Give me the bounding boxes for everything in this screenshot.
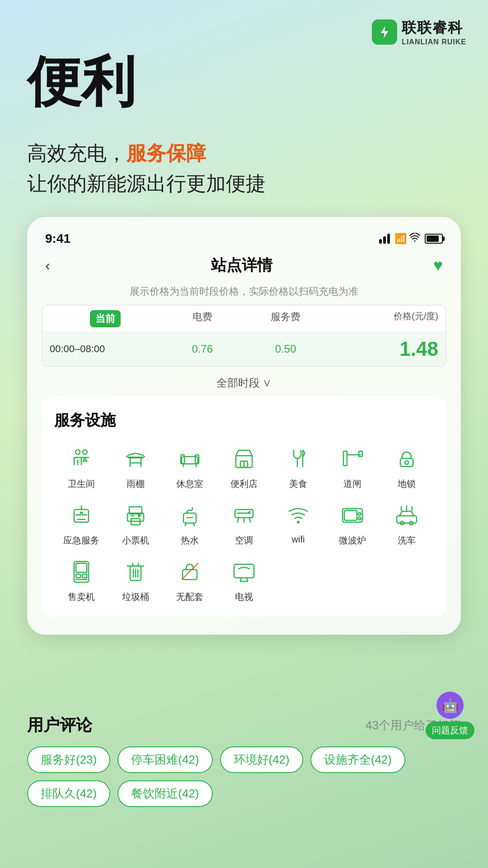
svg-line-38	[249, 518, 250, 522]
hero-subtitle: 高效充电，服务保障 让你的新能源出行更加便捷	[27, 140, 266, 197]
review-tag[interactable]: 停车困难(42)	[117, 746, 212, 773]
facility-item-microwave: 微波炉	[325, 499, 380, 547]
svg-point-3	[83, 450, 87, 454]
total-price: 1.48	[327, 338, 438, 360]
app-header: ‹ 站点详情 ♥	[42, 255, 446, 276]
none-icon	[174, 556, 206, 587]
svg-line-36	[238, 518, 239, 522]
svg-rect-53	[76, 574, 80, 578]
facility-item-emergency: 应急服务	[54, 499, 108, 547]
vending-icon	[66, 556, 97, 587]
facility-item-canopy: 雨棚	[108, 443, 163, 490]
restroom-icon	[66, 443, 97, 474]
hero-subtitle-line2: 让你的新能源出行更加便捷	[27, 170, 266, 197]
facility-item-vending: 售卖机	[54, 556, 108, 603]
back-button[interactable]: ‹	[45, 257, 50, 274]
facility-item-hotwater: 热水	[163, 499, 217, 547]
current-badge: 当前	[90, 310, 121, 327]
page-title: 站点详情	[211, 255, 272, 276]
facility-label: 休息室	[176, 478, 203, 490]
brand-name: 联联睿科 LIANLIAN RUIKE	[402, 18, 466, 46]
facility-item-groundlock: 地锁	[380, 443, 434, 490]
svg-rect-9	[181, 455, 184, 464]
facility-label: 小票机	[122, 534, 149, 547]
svg-rect-45	[397, 516, 417, 523]
tv-icon	[228, 556, 260, 587]
facility-item-ac: 空调	[217, 499, 271, 547]
time-slot: 00:00–08:00	[50, 343, 161, 355]
facility-item-none: 无配套	[163, 556, 217, 603]
service-fee: 0.50	[244, 343, 327, 355]
facility-label: 应急服务	[63, 534, 99, 547]
wifi-status-icon: 📶	[394, 233, 420, 245]
convenience-icon	[228, 443, 260, 474]
status-bar: 9:41 📶	[42, 231, 446, 246]
facility-label: 微波炉	[339, 534, 366, 547]
svg-marker-0	[381, 26, 388, 38]
hero-subtitle-line1: 高效充电，服务保障	[27, 140, 266, 167]
reviews-header: 用户评论 43个用户给了好评	[27, 714, 461, 736]
facility-item-printer: 小票机	[108, 499, 163, 547]
svg-rect-42	[344, 510, 357, 520]
facilities-title: 服务设施	[54, 410, 434, 431]
svg-point-22	[405, 461, 408, 464]
groundlock-icon	[391, 443, 422, 474]
pricing-table: 当前 电费 服务费 价格(元/度) 00:00–08:00 0.76 0.50 …	[42, 305, 446, 367]
svg-rect-10	[195, 455, 199, 464]
facility-label: 道闸	[343, 478, 361, 490]
svg-point-1	[414, 241, 416, 242]
facility-label: 垃圾桶	[122, 591, 149, 603]
facility-item-convenience: 便利店	[217, 443, 271, 490]
svg-rect-21	[400, 458, 413, 467]
feedback-button[interactable]: 🤖 问题反馈	[426, 692, 474, 739]
electricity-col-header: 电费	[161, 310, 244, 327]
svg-rect-23	[74, 509, 89, 522]
review-tag[interactable]: 餐饮附近(42)	[117, 780, 212, 807]
trash-icon	[120, 556, 151, 587]
svg-point-43	[358, 513, 361, 515]
favorite-button[interactable]: ♥	[433, 256, 443, 275]
svg-point-40	[297, 521, 300, 524]
review-tag[interactable]: 环境好(42)	[220, 746, 303, 773]
battery-icon	[425, 234, 443, 244]
facility-item-carwash: 洗车	[380, 499, 434, 547]
gate-icon	[337, 443, 368, 474]
price-col-header: 价格(元/度)	[327, 310, 438, 327]
all-periods-button[interactable]: 全部时段 ∨	[42, 373, 446, 393]
wifi-icon	[282, 499, 314, 531]
hero-title: 便利	[27, 54, 136, 108]
feedback-label: 问题反馈	[426, 722, 474, 739]
svg-rect-18	[343, 451, 347, 466]
emergency-icon	[66, 499, 97, 531]
review-tag[interactable]: 服务好(23)	[27, 746, 110, 773]
lounge-icon	[174, 443, 206, 474]
facility-label: 雨棚	[127, 478, 145, 490]
facility-label: 热水	[181, 534, 199, 547]
svg-rect-52	[76, 563, 87, 572]
facility-label: 电视	[235, 591, 253, 603]
food-icon	[282, 443, 314, 474]
printer-icon	[120, 499, 151, 531]
signal-icon	[379, 234, 390, 244]
facility-item-lounge: 休息室	[163, 443, 217, 490]
facility-label: 便利店	[230, 478, 258, 490]
canopy-icon	[120, 443, 151, 474]
status-time: 9:41	[45, 231, 70, 246]
facility-label: 无配套	[176, 591, 203, 603]
svg-point-30	[138, 514, 141, 517]
hotwater-icon	[174, 499, 206, 531]
facilities-grid: 卫生间 雨棚 休息室 便利店 美食	[54, 443, 434, 603]
review-tag[interactable]: 设施齐全(42)	[310, 746, 405, 773]
review-tag[interactable]: 排队久(42)	[27, 780, 110, 807]
svg-point-44	[358, 517, 361, 520]
svg-rect-54	[82, 574, 87, 578]
facility-item-gate: 道闸	[325, 443, 380, 490]
facility-label: 售卖机	[68, 591, 95, 603]
facility-item-food: 美食	[271, 443, 325, 490]
facility-label: 空调	[235, 534, 253, 547]
microwave-icon	[337, 499, 368, 531]
feedback-robot-icon: 🤖	[436, 692, 464, 719]
ac-icon	[228, 499, 260, 531]
pricing-header-row: 当前 电费 服务费 价格(元/度)	[42, 306, 446, 332]
reviews-section: 用户评论 43个用户给了好评 服务好(23)停车困难(42)环境好(42)设施齐…	[27, 714, 461, 807]
